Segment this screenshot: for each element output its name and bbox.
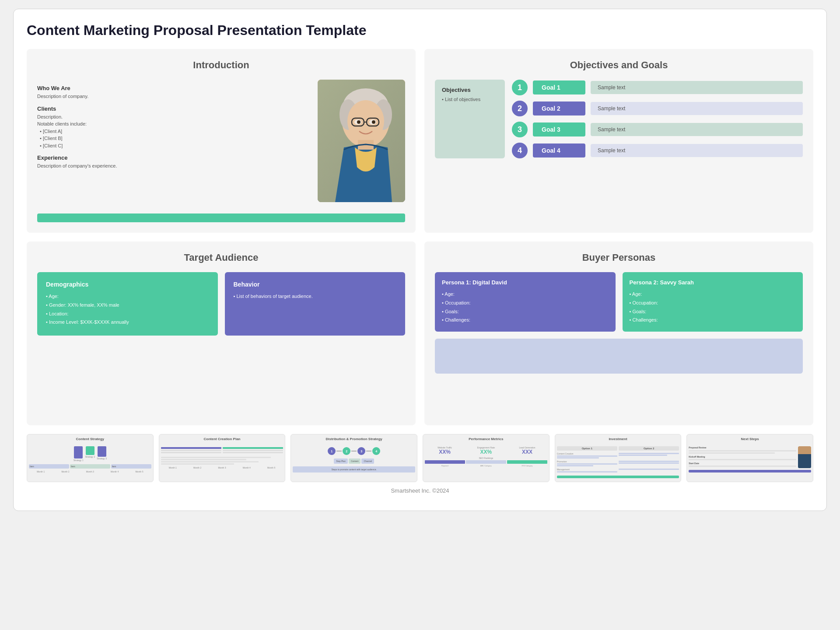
thumb-perf-content: Website Traffic XX% Engagement Rate XX% … bbox=[423, 443, 549, 469]
objectives-title: Objectives and Goals bbox=[435, 60, 803, 71]
intro-image bbox=[318, 80, 405, 202]
introduction-slide: Introduction Who We Are Description of c… bbox=[27, 49, 416, 233]
intro-section-clients: Clients Description.Notable clients incl… bbox=[37, 105, 309, 150]
goal-label-4: Goal 4 bbox=[533, 144, 585, 158]
persona-bottom-area bbox=[435, 339, 803, 374]
goal-text-1: Sample text bbox=[591, 81, 803, 94]
person-svg bbox=[318, 80, 405, 202]
goal-label-1: Goal 1 bbox=[533, 80, 585, 94]
intro-clients-text: Description.Notable clients include: • [… bbox=[37, 113, 309, 150]
behavior-box: Behavior • List of behaviors of target a… bbox=[225, 272, 406, 336]
persona-2-title: Persona 2: Savvy Sarah bbox=[630, 279, 796, 286]
top-grid: Introduction Who We Are Description of c… bbox=[27, 49, 813, 233]
persona-1-age: • Age: bbox=[442, 290, 609, 299]
persona-2-card: Persona 2: Savvy Sarah • Age: • Occupati… bbox=[623, 272, 803, 332]
thumb-performance[interactable]: Performance Metrics Website Traffic XX% … bbox=[423, 434, 550, 482]
personas-inner: Persona 1: Digital David • Age: • Occupa… bbox=[435, 272, 803, 374]
bottom-grid: Target Audience Demographics • Age: • Ge… bbox=[27, 242, 813, 425]
behavior-item-0: • List of behaviors of target audience. bbox=[234, 292, 397, 301]
thumb-content-strategy[interactable]: Content Strategy Strategy 1 Strategy 2 S… bbox=[27, 434, 154, 482]
thumb-cs-content: Strategy 1 Strategy 2 Strategy 3 Item It… bbox=[27, 443, 153, 475]
goal-number-2: 2 bbox=[512, 101, 528, 116]
persona-1-goals: • Goals: bbox=[442, 308, 609, 316]
goal-number-3: 3 bbox=[512, 122, 528, 137]
demo-gender: • Gender: XX% female, XX% male bbox=[46, 301, 209, 310]
persona-1-card: Persona 1: Digital David • Age: • Occupa… bbox=[435, 272, 616, 332]
thumb-cs-title: Content Strategy bbox=[27, 434, 153, 443]
intro-clients-title: Clients bbox=[37, 105, 309, 112]
target-audience-slide: Target Audience Demographics • Age: • Ge… bbox=[27, 242, 416, 425]
obj-left-title: Objectives bbox=[442, 87, 498, 93]
page-title: Content Marketing Proposal Presentation … bbox=[27, 22, 813, 38]
personas-title: Buyer Personas bbox=[435, 252, 803, 263]
persona-1-challenges: • Challenges: bbox=[442, 316, 609, 325]
target-title: Target Audience bbox=[37, 252, 405, 263]
goal-text-4: Sample text bbox=[591, 144, 803, 157]
goal-text-3: Sample text bbox=[591, 123, 803, 136]
thumb-dist-title: Distribution & Promotion Strategy bbox=[291, 434, 417, 443]
goal-number-4: 4 bbox=[512, 143, 528, 158]
svg-point-13 bbox=[372, 120, 375, 124]
goal-row-2: 2 Goal 2 Sample text bbox=[512, 101, 803, 116]
goal-text-2: Sample text bbox=[591, 102, 803, 115]
thumbnails-row: Content Strategy Strategy 1 Strategy 2 S… bbox=[27, 434, 813, 482]
thumb-cc-title: Content Creation Plan bbox=[159, 434, 285, 443]
objectives-inner: Objectives • List of objectives 1 Goal 1… bbox=[435, 80, 803, 158]
persona-1-occ: • Occupation: bbox=[442, 299, 609, 308]
buyer-personas-slide: Buyer Personas Persona 1: Digital David … bbox=[424, 242, 813, 425]
intro-title: Introduction bbox=[37, 60, 405, 71]
thumb-next-steps[interactable]: Next Steps Proposal Review Kickoff Meeti… bbox=[686, 434, 813, 482]
goal-label-3: Goal 3 bbox=[533, 122, 585, 136]
goal-row-4: 4 Goal 4 Sample text bbox=[512, 143, 803, 158]
main-container: Content Marketing Proposal Presentation … bbox=[13, 9, 827, 511]
objectives-left-panel: Objectives • List of objectives bbox=[435, 80, 505, 158]
persona-2-goals: • Goals: bbox=[630, 308, 796, 316]
objectives-right-panel: 1 Goal 1 Sample text 2 Goal 2 Sample tex… bbox=[512, 80, 803, 158]
demo-location: • Location: bbox=[46, 310, 209, 318]
audience-content: Demographics • Age: • Gender: XX% female… bbox=[37, 272, 405, 336]
thumb-dist-content: 1 2 3 4 Step Plan Content Channel Steps … bbox=[291, 443, 417, 474]
intro-who-title: Who We Are bbox=[37, 85, 309, 91]
person-image bbox=[318, 80, 405, 202]
thumb-inv-content: Option 1 Option 2 Content Creation bbox=[555, 443, 681, 480]
persona-2-challenges: • Challenges: bbox=[630, 316, 796, 325]
persona-2-age: • Age: bbox=[630, 290, 796, 299]
svg-point-12 bbox=[357, 120, 360, 124]
demo-title: Demographics bbox=[46, 281, 209, 288]
goal-row-3: 3 Goal 3 Sample text bbox=[512, 122, 803, 137]
intro-exp-title: Experience bbox=[37, 154, 309, 161]
intro-section-who: Who We Are Description of company. bbox=[37, 85, 309, 100]
obj-left-item-0: • List of objectives bbox=[442, 97, 498, 102]
intro-section-experience: Experience Description of company's expe… bbox=[37, 154, 309, 170]
thumb-distribution[interactable]: Distribution & Promotion Strategy 1 2 3 … bbox=[290, 434, 417, 482]
demo-age: • Age: bbox=[46, 292, 209, 301]
intro-who-text: Description of company. bbox=[37, 93, 309, 100]
persona-1-title: Persona 1: Digital David bbox=[442, 279, 609, 286]
thumb-ns-title: Next Steps bbox=[687, 434, 813, 443]
footer: Smartsheet Inc. ©2024 bbox=[27, 487, 813, 497]
demographics-box: Demographics • Age: • Gender: XX% female… bbox=[37, 272, 218, 336]
thumb-content-creation[interactable]: Content Creation Plan bbox=[159, 434, 286, 482]
goal-number-1: 1 bbox=[512, 80, 528, 95]
persona-2-occ: • Occupation: bbox=[630, 299, 796, 308]
thumb-investment[interactable]: Investment Option 1 Option 2 Content Cre… bbox=[555, 434, 682, 482]
goal-row-1: 1 Goal 1 Sample text bbox=[512, 80, 803, 95]
thumb-inv-title: Investment bbox=[555, 434, 681, 443]
behavior-title: Behavior bbox=[234, 281, 397, 288]
thumb-ns-content: Proposal Review Kickoff Meeting Start Da… bbox=[687, 443, 813, 474]
objectives-slide: Objectives and Goals Objectives • List o… bbox=[424, 49, 813, 233]
thumb-perf-title: Performance Metrics bbox=[423, 434, 549, 443]
goal-label-2: Goal 2 bbox=[533, 102, 585, 116]
demo-income: • Income Level: $XXK-$XXXK annually bbox=[46, 318, 209, 327]
intro-inner: Who We Are Description of company. Clien… bbox=[37, 80, 405, 206]
intro-footer-bar bbox=[37, 214, 405, 222]
thumb-cc-content: Month 1 Month 2 Month 3 Month 4 Month 5 bbox=[159, 443, 285, 471]
intro-content: Who We Are Description of company. Clien… bbox=[37, 80, 309, 206]
intro-exp-text: Description of company's experience. bbox=[37, 162, 309, 170]
